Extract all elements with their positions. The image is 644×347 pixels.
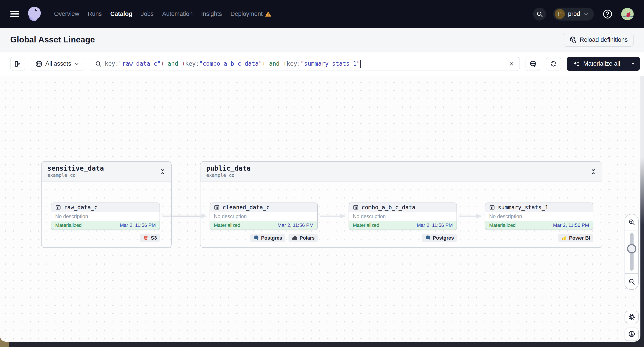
materialization-status: Materialized <box>353 222 380 228</box>
materialize-options-button[interactable] <box>626 57 640 71</box>
zoom-slider-thumb[interactable] <box>627 244 636 253</box>
nav-item-label: Runs <box>88 10 102 17</box>
materialize-all-label: Materialize all <box>583 60 620 67</box>
collapse-group-button[interactable] <box>589 167 597 176</box>
environment-switcher[interactable]: P prod <box>553 7 594 20</box>
materialization-timestamp[interactable]: Mar 2, 11:56 PM <box>278 222 314 228</box>
postgres-icon <box>253 235 259 241</box>
text-caret <box>360 60 361 68</box>
asset-status-row: MaterializedMar 2, 11:56 PM <box>485 221 593 230</box>
asset-node-summary_stats_1[interactable]: summary_stats_1No descriptionMaterialize… <box>485 203 593 230</box>
search-token: key: <box>287 60 301 67</box>
close-icon <box>508 61 514 67</box>
materialization-timestamp[interactable]: Mar 2, 11:56 PM <box>120 222 156 228</box>
reload-cube-icon <box>569 36 576 43</box>
asset-status-row: MaterializedMar 2, 11:56 PM <box>349 221 456 230</box>
primary-nav: OverviewRunsCatalogJobsAutomationInsight… <box>54 10 272 17</box>
asset-scope-filter[interactable]: All assets <box>31 57 84 71</box>
search-token: + <box>262 60 266 67</box>
asset-node-raw_data_c[interactable]: raw_data_cNo descriptionMaterializedMar … <box>51 203 160 230</box>
page-header: Global Asset Lineage Reload definitions <box>0 28 644 52</box>
asset-status-row: MaterializedMar 2, 11:56 PM <box>52 221 160 230</box>
asset-scope-label: All assets <box>45 60 71 67</box>
asset-tags-row: S3 <box>51 234 160 242</box>
nav-item-overview[interactable]: Overview <box>54 10 79 17</box>
zoom-out-icon <box>628 278 635 285</box>
asset-node-header: raw_data_c <box>52 203 160 212</box>
clear-search-button[interactable] <box>508 61 514 67</box>
search-token: key: <box>105 60 119 67</box>
page-title: Global Asset Lineage <box>10 35 95 44</box>
warning-icon <box>265 11 272 17</box>
kind-tag-postgres[interactable]: Postgres <box>250 234 285 242</box>
hamburger-menu-icon[interactable] <box>10 11 19 17</box>
nav-item-label: Catalog <box>110 10 132 17</box>
user-avatar[interactable] <box>621 8 634 20</box>
help-button[interactable] <box>601 7 614 20</box>
group-title: sensitive_data <box>47 164 166 172</box>
nav-item-runs[interactable]: Runs <box>88 10 102 17</box>
kind-tag-label: Power BI <box>569 235 590 241</box>
materialization-status: Materialized <box>489 222 516 228</box>
lineage-canvas[interactable]: sensitive_dataexample_copublic_dataexamp… <box>0 76 640 342</box>
sparkle-icon <box>572 60 580 68</box>
panel-toggle-icon <box>14 60 22 68</box>
asset-node-cleaned_data_c[interactable]: cleaned_data_cNo descriptionMaterialized… <box>210 203 318 230</box>
top-navbar: OverviewRunsCatalogJobsAutomationInsight… <box>0 0 644 28</box>
asset-status-row: MaterializedMar 2, 11:56 PM <box>210 221 317 230</box>
nav-item-automation[interactable]: Automation <box>162 10 193 17</box>
group-code-location: example_co <box>206 173 596 178</box>
nav-item-deployment[interactable]: Deployment <box>230 10 272 17</box>
add-to-catalog-view-button[interactable] <box>526 57 540 71</box>
search-icon <box>536 11 543 17</box>
zoom-out-button[interactable] <box>625 274 638 289</box>
kind-tag-polars[interactable]: Polars <box>288 234 318 242</box>
search-query-text: key:"raw_data_c"+ and +key:"combo_a_b_c_… <box>105 60 505 68</box>
materialize-all-split-button: Materialize all <box>567 57 640 71</box>
nav-item-insights[interactable]: Insights <box>201 10 222 17</box>
nav-item-label: Insights <box>201 10 222 17</box>
nav-item-jobs[interactable]: Jobs <box>141 10 154 17</box>
table-icon <box>489 204 495 211</box>
open-panel-button[interactable] <box>10 57 25 71</box>
asset-node-body: No description <box>485 212 593 221</box>
zoom-slider[interactable] <box>625 230 638 274</box>
refresh-button[interactable] <box>546 57 561 71</box>
search-token: and <box>266 60 283 67</box>
materialization-timestamp[interactable]: Mar 2, 11:56 PM <box>553 222 589 228</box>
nav-item-catalog[interactable]: Catalog <box>110 10 132 17</box>
kind-tag-label: Polars <box>300 235 315 241</box>
zoom-panel <box>624 214 639 290</box>
asset-tags-row: Power BI <box>485 234 593 242</box>
materialization-status: Materialized <box>214 222 240 228</box>
materialize-all-button[interactable]: Materialize all <box>567 57 626 71</box>
collapse-group-button[interactable] <box>159 167 167 176</box>
globe-plus-icon <box>529 60 537 68</box>
asset-search-input[interactable]: key:"raw_data_c"+ and +key:"combo_a_b_c_… <box>90 57 520 71</box>
materialization-timestamp[interactable]: Mar 2, 11:56 PM <box>417 222 453 228</box>
group-header: public_dataexample_co <box>200 162 602 182</box>
dagster-logo-icon[interactable] <box>26 6 42 22</box>
asset-node-header: summary_stats_1 <box>485 203 593 212</box>
graph-settings-button[interactable] <box>624 311 639 323</box>
global-search-button[interactable] <box>533 7 546 20</box>
asset-node-body: No description <box>210 212 317 221</box>
group-header: sensitive_dataexample_co <box>42 162 171 182</box>
chevron-down-filled-icon <box>630 61 636 67</box>
kind-tag-power-bi[interactable]: Power BI <box>558 234 593 242</box>
kind-tag-s3[interactable]: S3 <box>140 234 160 242</box>
table-icon <box>55 204 61 211</box>
search-token: and <box>164 60 182 67</box>
download-image-button[interactable] <box>624 328 639 341</box>
reload-definitions-button[interactable]: Reload definitions <box>563 33 634 47</box>
zoom-in-button[interactable] <box>625 214 638 230</box>
group-code-location: example_co <box>47 173 166 178</box>
asset-tags-row: Postgres <box>348 234 457 242</box>
refresh-sync-icon <box>550 60 557 68</box>
asset-node-header: combo_a_b_c_data <box>349 203 456 212</box>
kind-tag-postgres[interactable]: Postgres <box>422 234 457 242</box>
dagster-app: OverviewRunsCatalogJobsAutomationInsight… <box>0 0 644 347</box>
asset-tags-row: PostgresPolars <box>210 234 318 242</box>
asset-node-combo_a_b_c_data[interactable]: combo_a_b_c_dataNo descriptionMaterializ… <box>348 203 457 230</box>
chevron-down-icon <box>583 11 589 17</box>
